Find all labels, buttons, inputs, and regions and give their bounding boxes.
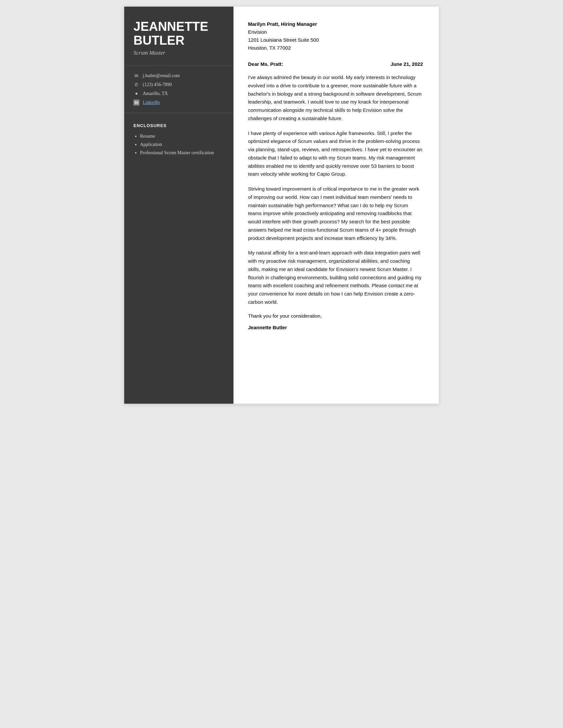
- list-item: Professional Scrum Master certification: [140, 149, 224, 157]
- phone-icon: ✆: [133, 82, 139, 88]
- salutation: Dear Ms. Pratt:: [248, 61, 283, 67]
- paragraph-1: I've always admired the beauty in our wo…: [248, 73, 423, 123]
- sidebar-header: JEANNETTE BUTLER Scrum Master: [124, 7, 233, 66]
- phone-value: (123) 456-7890: [143, 82, 172, 87]
- email-icon: ✉: [133, 73, 139, 79]
- list-item: Application: [140, 140, 224, 149]
- paragraph-2: I have plenty of experience with various…: [248, 129, 423, 179]
- location-icon: ●: [133, 91, 139, 96]
- phone-item: ✆ (123) 456-7890: [133, 82, 224, 88]
- sidebar: JEANNETTE BUTLER Scrum Master ✉ j.butler…: [124, 7, 233, 404]
- paragraph-3: Striving toward improvement is of critic…: [248, 185, 423, 242]
- signature: Jeannette Butler: [248, 325, 423, 330]
- recipient-city: Houston, TX 77002: [248, 44, 423, 52]
- cover-letter-page: JEANNETTE BUTLER Scrum Master ✉ j.butler…: [124, 7, 439, 404]
- recipient-company: Envision: [248, 28, 423, 36]
- linkedin-item[interactable]: in LinkedIn: [133, 100, 224, 106]
- recipient-block: Marilyn Pratt, Hiring Manager Envision 1…: [248, 21, 423, 52]
- letter-date: June 21, 2022: [391, 61, 423, 67]
- recipient-name: Marilyn Pratt, Hiring Manager: [248, 21, 423, 27]
- email-value: j.butler@email.com: [143, 73, 180, 78]
- applicant-title: Scrum Master: [133, 50, 224, 56]
- linkedin-link[interactable]: LinkedIn: [143, 100, 160, 105]
- linkedin-icon: in: [133, 100, 139, 106]
- location-value: Amarillo, TX: [143, 91, 168, 96]
- paragraph-4: My natural affinity for a test-and-learn…: [248, 249, 423, 306]
- enclosures-heading: ENCLOSURES: [133, 123, 224, 128]
- closing: Thank you for your consideration,: [248, 313, 423, 319]
- applicant-name: JEANNETTE BUTLER: [133, 20, 224, 48]
- letter-body: I've always admired the beauty in our wo…: [248, 73, 423, 306]
- list-item: Resume: [140, 132, 224, 140]
- location-item: ● Amarillo, TX: [133, 91, 224, 96]
- email-item: ✉ j.butler@email.com: [133, 73, 224, 79]
- contact-section: ✉ j.butler@email.com ✆ (123) 456-7890 ● …: [124, 66, 233, 113]
- date-salutation-row: Dear Ms. Pratt: June 21, 2022: [248, 61, 423, 67]
- main-content: Marilyn Pratt, Hiring Manager Envision 1…: [233, 7, 439, 404]
- enclosures-list: Resume Application Professional Scrum Ma…: [133, 132, 224, 157]
- enclosures-section: ENCLOSURES Resume Application Profession…: [124, 113, 233, 167]
- recipient-address: 1201 Louisiana Street Suite 500: [248, 36, 423, 44]
